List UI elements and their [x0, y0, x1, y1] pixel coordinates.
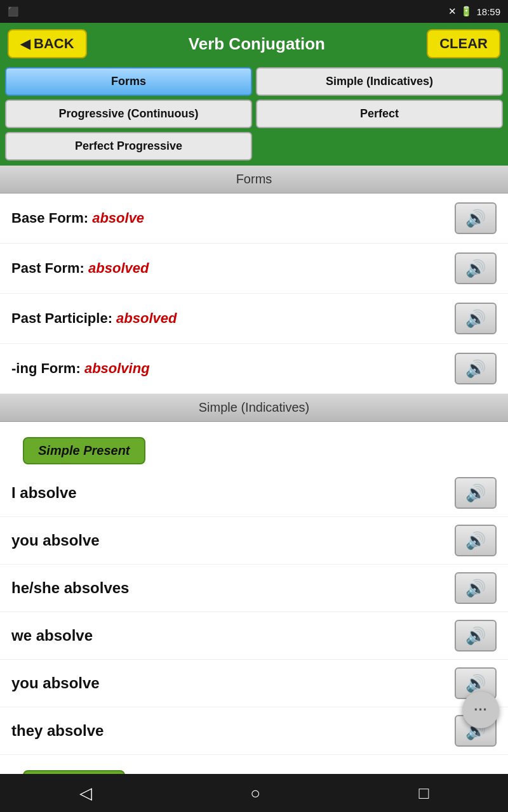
ing-form-row: -ing Form: absolving 🔊 [0, 344, 508, 394]
back-label: BACK [34, 36, 74, 52]
back-nav-icon: ◁ [79, 783, 92, 802]
conj-text-you-absolve: you absolve [11, 532, 100, 549]
fab-button[interactable]: ··· [462, 691, 499, 728]
tab-forms[interactable]: Forms [5, 67, 252, 96]
ing-form-label: -ing Form: absolving [11, 360, 150, 377]
base-form-label: Base Form: absolve [11, 210, 144, 226]
speaker-icon: 🔊 [465, 209, 486, 228]
main-wrapper: Forms Base Form: absolve 🔊 Past Form: ab… [0, 166, 508, 774]
conj-row-you-absolve: you absolve 🔊 [0, 517, 508, 565]
back-arrow-icon: ◀ [20, 36, 30, 51]
ing-form-audio-button[interactable]: 🔊 [455, 353, 497, 384]
tab-progressive[interactable]: Progressive (Continuous) [5, 100, 252, 128]
heshe-absolves-audio-button[interactable]: 🔊 [455, 572, 497, 604]
signal-off-icon: ✕ [448, 6, 457, 17]
conj-row-heshe-absolves: he/she absolves 🔊 [0, 565, 508, 612]
past-participle-audio-button[interactable]: 🔊 [455, 303, 497, 334]
conj-text-i-absolve: I absolve [11, 484, 77, 502]
conj-row-i-absolve: I absolve 🔊 [0, 469, 508, 517]
bottom-nav: ◁ ○ □ [0, 774, 508, 812]
conj-row-you-pl-absolve: you absolve 🔊 [0, 660, 508, 707]
speaker-icon: 🔊 [465, 359, 486, 379]
conj-text-heshe-absolves: he/she absolves [11, 579, 129, 597]
past-form-row: Past Form: absolved 🔊 [0, 244, 508, 294]
home-nav-icon: ○ [250, 783, 260, 802]
back-button[interactable]: ◀ BACK [8, 29, 87, 58]
simple-present-label[interactable]: Simple Present [23, 437, 145, 464]
conj-text-we-absolve: we absolve [11, 627, 93, 645]
base-form-verb: absolve [92, 210, 144, 226]
i-absolve-audio-button[interactable]: 🔊 [455, 477, 497, 509]
past-form-label: Past Form: absolved [11, 260, 149, 277]
forms-section-header: Forms [0, 166, 508, 193]
recents-nav-button[interactable]: □ [406, 778, 442, 808]
conj-row-we-absolve: we absolve 🔊 [0, 612, 508, 660]
clear-button[interactable]: CLEAR [427, 29, 500, 58]
past-participle-verb: absolved [116, 310, 177, 326]
speaker-icon: 🔊 [465, 674, 486, 693]
tab-simple-indicatives[interactable]: Simple (Indicatives) [256, 67, 503, 96]
time-display: 18:59 [476, 6, 500, 17]
speaker-icon: 🔊 [465, 259, 486, 278]
conj-row-they-absolve: they absolve 🔊 [0, 707, 508, 755]
speaker-icon: 🔊 [465, 531, 486, 551]
ing-form-verb: absolving [84, 360, 150, 376]
simple-indicatives-section-header: Simple (Indicatives) [0, 394, 508, 422]
conj-text-they-absolve: they absolve [11, 722, 104, 740]
status-bar: ⬛ ✕ 🔋 18:59 [0, 0, 508, 23]
screenshot-icon: ⬛ [8, 6, 18, 16]
recents-nav-icon: □ [419, 783, 429, 802]
tab-perfect[interactable]: Perfect [256, 100, 503, 128]
simple-present-label-wrapper: Simple Present [0, 422, 508, 469]
speaker-icon: 🔊 [465, 309, 486, 329]
past-participle-row: Past Participle: absolved 🔊 [0, 294, 508, 344]
base-form-audio-button[interactable]: 🔊 [455, 202, 497, 234]
speaker-icon: 🔊 [465, 483, 486, 503]
simple-past-label[interactable]: Simple Past [23, 770, 125, 774]
you-absolve-audio-button[interactable]: 🔊 [455, 525, 497, 556]
home-nav-button[interactable]: ○ [237, 778, 273, 808]
base-form-row: Base Form: absolve 🔊 [0, 193, 508, 244]
header: ◀ BACK Verb Conjugation CLEAR [0, 23, 508, 65]
battery-icon: 🔋 [460, 6, 472, 17]
past-form-verb: absolved [88, 260, 149, 276]
page-title: Verb Conjugation [87, 34, 427, 54]
past-form-audio-button[interactable]: 🔊 [455, 252, 497, 284]
content-area: Forms Base Form: absolve 🔊 Past Form: ab… [0, 166, 508, 774]
tab-perfect-progressive[interactable]: Perfect Progressive [5, 132, 252, 160]
back-nav-button[interactable]: ◁ [67, 778, 105, 808]
past-participle-label: Past Participle: absolved [11, 310, 177, 327]
speaker-icon: 🔊 [465, 626, 486, 646]
conj-text-you-pl-absolve: you absolve [11, 674, 100, 692]
speaker-icon: 🔊 [465, 579, 486, 598]
clear-label: CLEAR [439, 36, 488, 52]
simple-past-label-wrapper: Simple Past [0, 755, 508, 774]
we-absolve-audio-button[interactable]: 🔊 [455, 620, 497, 652]
tabs-area: Forms Simple (Indicatives) Progressive (… [0, 65, 508, 166]
